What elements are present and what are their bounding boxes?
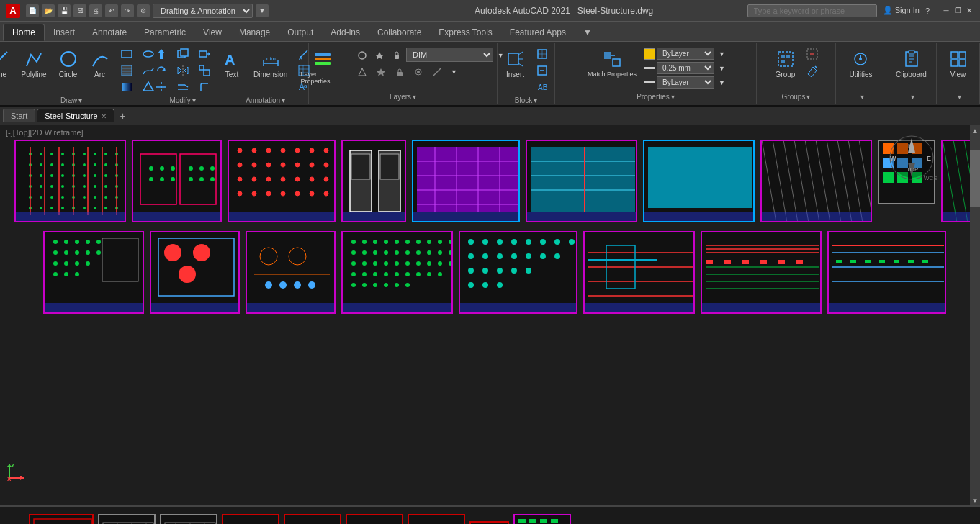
minimize-btn[interactable]: ─ [941,6,951,16]
right-scrollbar[interactable]: ▲ ▼ [970,125,980,505]
draw-group-label[interactable]: Draw ▾ [60,96,82,106]
bottom-thumb-5[interactable] [284,514,341,524]
tab-extra[interactable]: ▼ [575,24,601,41]
color-select[interactable]: ByLayer [657,48,714,60]
trim-btn[interactable] [152,79,171,95]
mirror-btn[interactable] [174,63,192,78]
create-block-btn[interactable] [533,46,552,62]
edit-block-btn[interactable] [533,63,552,78]
layers-group-label[interactable]: Layers ▾ [390,93,416,102]
drawing-thumb-3[interactable] [228,140,336,222]
tab-close-steel-structure[interactable]: ✕ [101,112,107,120]
view-group-label[interactable]: ▾ [955,93,962,102]
help-btn[interactable]: ? [925,6,930,15]
insert-block-btn[interactable]: Insert [501,46,530,81]
block-attr-btn[interactable]: AB [533,79,552,95]
workspace-select[interactable]: Drafting & Annotation [153,4,253,18]
layer-match-btn[interactable] [429,66,445,78]
layer-state-btn[interactable] [354,49,370,62]
lineweight-dropdown-btn[interactable]: ▼ [716,78,728,88]
tab-output[interactable]: Output [279,24,322,41]
tab-featured-apps[interactable]: Featured Apps [501,24,575,41]
properties-group-label[interactable]: Properties ▾ [637,93,675,102]
extend-btn[interactable] [174,79,192,95]
groups-group-label[interactable]: Groups ▾ [782,93,811,102]
layer-unisolate-btn[interactable] [354,66,370,78]
layer-lock2-btn[interactable] [392,66,408,78]
copy-btn[interactable] [174,46,192,62]
workspace-dropdown-btn[interactable]: ▼ [256,4,269,17]
move-btn[interactable] [152,46,171,62]
drawing-thumb-2[interactable] [132,140,222,222]
scroll-up-btn[interactable]: ▲ [970,125,980,135]
layer-name-dropdown[interactable]: DIM [406,48,493,62]
drawing-thumb-2-5[interactable] [459,231,577,314]
drawing-thumb-2-3[interactable] [246,231,336,314]
save-as-btn[interactable]: 🖫 [73,4,86,17]
match-properties-btn[interactable]: Match Properties [583,46,641,81]
utilities-group-label[interactable]: ▾ [858,93,865,102]
tab-view[interactable]: View [194,24,230,41]
bottom-thumb-9[interactable] [513,514,571,524]
ungroup-btn[interactable] [803,46,822,62]
arc-btn[interactable]: Arc [86,46,114,81]
bottom-thumb-4[interactable] [222,514,279,524]
layer-vis-btn[interactable] [410,66,426,78]
bottom-thumb-7[interactable] [408,514,465,524]
view-btn[interactable]: View [944,46,973,81]
layer-freeze-btn[interactable] [372,49,387,62]
undo-btn[interactable]: ↶ [105,4,118,17]
layer-extra-dropdown[interactable]: ▼ [448,67,460,77]
drawing-thumb-1[interactable] [14,140,126,222]
utilities-btn[interactable]: Utilities [845,46,876,81]
new-tab-btn[interactable]: + [116,109,130,123]
new-file-btn[interactable]: 📄 [26,4,39,17]
tab-manage[interactable]: Manage [230,24,279,41]
tab-addins[interactable]: Add-ins [322,24,369,41]
clipboard-btn[interactable]: Clipboard [891,46,931,81]
open-file-btn[interactable]: 📂 [42,4,55,17]
line-btn[interactable]: Line [0,46,14,81]
block-group-label[interactable]: Block ▾ [515,96,537,106]
layer-properties-btn[interactable]: Layer Properties [297,46,349,88]
tab-collaborate[interactable]: Collaborate [369,24,430,41]
workspace-config-btn[interactable]: ⚙ [137,4,150,17]
print-btn[interactable]: 🖨 [89,4,102,17]
color-dropdown-btn[interactable]: ▼ [716,49,728,59]
hatch-btn[interactable] [117,63,136,78]
bottom-thumb-2[interactable] [98,514,156,524]
annotation-group-label[interactable]: Annotation ▾ [246,96,285,106]
drawing-thumb-4[interactable] [341,140,406,222]
search-input[interactable] [747,4,877,17]
bottom-thumb-3[interactable] [160,514,217,524]
bottom-thumb-1[interactable] [29,514,94,524]
modify-group-label[interactable]: Modify ▾ [169,96,195,106]
gradient-btn[interactable] [117,79,136,95]
restore-btn[interactable]: ❐ [953,6,963,16]
drawing-thumb-6[interactable] [526,140,637,222]
drawing-thumb-2-4[interactable] [341,231,453,314]
tab-home[interactable]: Home [3,24,45,41]
fillet-btn[interactable] [195,79,214,95]
tab-insert[interactable]: Insert [45,24,84,41]
text-btn[interactable]: A Text [217,46,246,81]
layer-freeze2-btn[interactable] [373,66,389,78]
dimension-btn[interactable]: dim Dimension [249,46,292,81]
drawing-thumb-5[interactable] [412,140,520,222]
layer-lock-btn[interactable] [389,49,405,62]
rect-btn[interactable] [117,46,136,62]
bottom-thumb-6[interactable] [346,514,403,524]
close-btn[interactable]: ✕ [964,6,974,16]
polyline-btn[interactable]: Polyline [17,46,51,81]
drawing-thumb-2-8[interactable] [827,231,946,314]
lineweight-select[interactable]: ByLayer [657,76,714,89]
stretch-btn[interactable] [195,46,214,62]
redo-btn[interactable]: ↷ [121,4,134,17]
drawing-thumb-7[interactable] [643,140,755,222]
sign-in-btn[interactable]: 👤 Sign In [883,6,920,15]
drawing-thumb-2-1[interactable] [43,231,144,314]
drawing-thumb-8[interactable] [760,140,872,222]
linetype-select[interactable]: 0.25 mm [657,62,714,74]
bottom-thumb-8[interactable] [469,521,509,524]
group-btn[interactable]: Group [771,46,800,81]
